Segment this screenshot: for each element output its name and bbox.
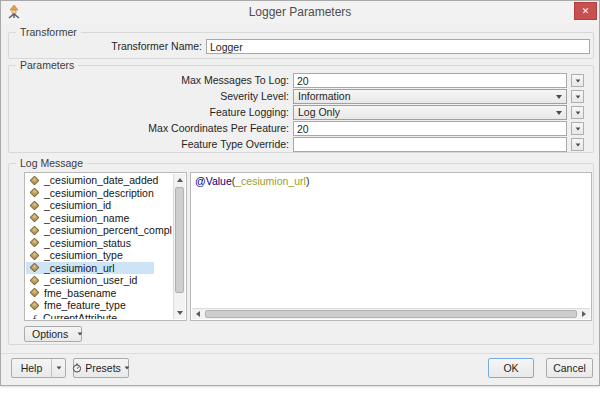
dialog-title: Logger Parameters [1,1,599,23]
transformer-name-label: Transformer Name: [9,39,202,54]
help-dropdown-icon [56,366,61,369]
attribute-gem-icon [30,300,40,310]
max-coordinates-label: Max Coordinates Per Feature: [9,121,289,136]
list-item-cesiumion-status[interactable]: _cesiumion_status [26,237,172,250]
footer-separator [1,353,599,354]
attribute-gem-icon [30,188,40,198]
scrollbar-thumb[interactable] [175,187,184,293]
value-function-token: @Value [195,175,232,187]
list-item-fme-feature-type[interactable]: fme_feature_type [26,299,172,312]
combo-arrow-icon [556,95,562,99]
list-item-cesiumion-date-added[interactable]: _cesiumion_date_added [26,174,172,187]
list-item-cesiumion-name[interactable]: _cesiumion_name [26,212,172,225]
menu-arrow-icon [575,95,580,98]
severity-level-label: Severity Level: [9,89,289,104]
attribute-gem-icon [30,213,40,223]
feature-logging-label: Feature Logging: [9,105,289,120]
log-message-editor[interactable]: @Value(_cesiumion_url) [190,172,592,321]
attribute-gem-icon [30,250,40,260]
scroll-left-button[interactable] [192,309,204,319]
ok-button[interactable]: OK [488,358,534,378]
list-item-cesiumion-id[interactable]: _cesiumion_id [26,199,172,212]
list-item-cesiumion-percent-complete[interactable]: _cesiumion_percent_complete [26,224,172,237]
scroll-up-button[interactable] [174,174,185,186]
editor-horizontal-scrollbar[interactable] [192,308,590,319]
list-item-cesiumion-url-selected[interactable]: _cesiumion_url [26,262,154,275]
severity-level-value: Information [298,90,351,103]
attribute-gem-icon [30,225,40,235]
menu-arrow-icon [575,111,580,114]
scroll-right-button[interactable] [578,309,590,319]
max-coordinates-menu-button[interactable] [571,122,584,135]
scroll-left-icon [196,311,200,317]
menu-arrow-icon [575,79,580,82]
list-item-cesiumion-user-id[interactable]: _cesiumion_user_id [26,274,172,287]
parameters-group: Parameters Max Messages To Log: Severity… [8,65,594,153]
feature-logging-value: Log Only [298,106,340,119]
options-button[interactable]: Options [24,326,82,342]
attribute-list-vertical-scrollbar[interactable] [173,174,185,319]
max-messages-menu-button[interactable] [571,74,584,87]
menu-arrow-icon [575,127,580,130]
combo-arrow-icon [556,111,562,115]
scroll-down-icon [177,311,183,315]
help-dropdown-button[interactable] [51,359,65,377]
severity-level-combobox[interactable]: Information [293,89,567,104]
presets-icon [72,363,82,373]
max-coordinates-input[interactable] [293,121,567,136]
transformer-group: Transformer Transformer Name: [8,32,594,59]
scroll-right-icon [582,311,586,317]
cancel-button[interactable]: Cancel [546,358,593,378]
severity-level-menu-button[interactable] [571,90,584,103]
transformer-name-input[interactable] [206,39,590,54]
feature-logging-combobox[interactable]: Log Only [293,105,567,120]
list-item-cesiumion-type[interactable]: _cesiumion_type [26,249,172,262]
attribute-list[interactable]: _cesiumion_date_added _cesiumion_descrip… [24,172,187,321]
menu-arrow-icon [575,143,580,146]
options-dropdown-icon [78,332,83,335]
title-bar[interactable]: Logger Parameters ✕ [1,1,599,23]
attribute-gem-icon [30,288,40,298]
attribute-token: _cesiumion_url [235,175,306,187]
close-button[interactable]: ✕ [574,2,597,20]
scrollbar-thumb[interactable] [205,310,577,318]
attribute-gem-icon [30,238,40,248]
function-icon: ƒ [30,312,39,319]
transformer-group-title: Transformer [16,26,81,39]
feature-type-override-menu-button[interactable] [571,138,584,151]
attribute-gem-icon [30,175,40,185]
scroll-down-button[interactable] [174,307,185,319]
attribute-gem-icon [30,200,40,210]
logger-parameters-dialog: Logger Parameters ✕ Transformer Transfor… [0,0,600,386]
list-item-cesiumion-description[interactable]: _cesiumion_description [26,187,172,200]
max-messages-input[interactable] [293,73,567,88]
feature-logging-menu-button[interactable] [571,106,584,119]
list-item-fme-basename[interactable]: fme_basename [26,287,172,300]
attribute-gem-icon [30,263,40,273]
parameters-group-title: Parameters [16,59,78,72]
log-message-group-title: Log Message [16,157,87,170]
max-messages-label: Max Messages To Log: [9,73,289,88]
log-message-group: Log Message _cesiumion_date_added _cesiu… [8,163,594,345]
attribute-gem-icon [30,275,40,285]
feature-type-override-input[interactable] [293,137,567,152]
scroll-up-icon [177,178,183,182]
presets-button[interactable]: Presets [73,358,129,378]
help-button[interactable]: Help [11,358,66,378]
presets-dropdown-icon [124,366,129,369]
list-item-current-attribute[interactable]: ƒCurrentAttribute [26,312,172,320]
feature-type-override-label: Feature Type Override: [9,137,289,152]
editor-expression: @Value(_cesiumion_url) [195,175,309,188]
